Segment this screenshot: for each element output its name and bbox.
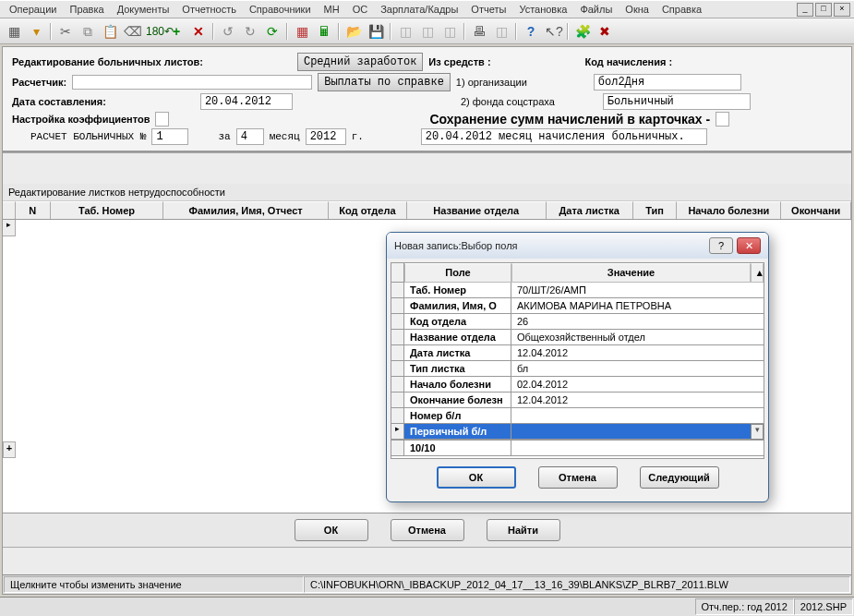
dialog-row[interactable]: Таб. Номер70/ШТ/26/АМП xyxy=(391,283,764,298)
tb-open-icon[interactable]: 📂 xyxy=(345,23,362,40)
tb-save-icon[interactable]: 💾 xyxy=(367,23,384,40)
tb-cut-icon[interactable]: ✂ xyxy=(57,23,74,40)
dialog-row[interactable]: Окончание болезн12.04.2012 xyxy=(391,393,764,408)
dialog-close-button[interactable]: ✕ xyxy=(737,237,761,254)
menu-mn[interactable]: МН xyxy=(319,2,345,17)
dialog-next-button[interactable]: Следующий xyxy=(640,466,719,489)
calc-num[interactable]: 1 xyxy=(151,128,188,145)
dropdown-icon[interactable]: ▾ xyxy=(751,424,764,440)
month-num[interactable]: 4 xyxy=(236,128,264,145)
dialog-row[interactable]: Фамилия, Имя, ОАКИМОВА МАРИНА ПЕТРОВНА xyxy=(391,298,764,314)
tb-calc-icon[interactable]: 🖩 xyxy=(316,23,332,40)
dialog-cell-value[interactable]: 70/ШТ/26/АМП xyxy=(511,283,764,298)
dialog-cell-value[interactable]: бл xyxy=(511,361,764,377)
dialog-cell-value[interactable]: 02.04.2012 xyxy=(511,377,764,393)
dialog-cell-value[interactable]: АКИМОВА МАРИНА ПЕТРОВНА xyxy=(511,298,764,314)
dialog-scrollbar-up[interactable]: ▴ xyxy=(751,263,764,283)
dialog-row[interactable]: Дата листка12.04.2012 xyxy=(391,345,764,361)
menu-salary[interactable]: Зарплата/Кадры xyxy=(375,2,463,17)
dialog-grid[interactable]: Поле Значение ▴ Таб. Номер70/ШТ/26/АМПФа… xyxy=(391,262,764,459)
tb-print-icon[interactable]: 🖶 xyxy=(471,23,487,40)
tb-redo-icon[interactable]: ↻ xyxy=(242,23,259,40)
gh-n[interactable]: N xyxy=(16,201,51,219)
tb-b2-icon[interactable]: ◫ xyxy=(419,23,436,40)
menu-reports[interactable]: Отчеты xyxy=(465,2,511,17)
dialog-cancel-button[interactable]: Отмена xyxy=(538,466,618,489)
koef-box[interactable] xyxy=(155,112,169,127)
dialog-row[interactable]: Код отдела26 xyxy=(391,314,764,330)
menu-operations[interactable]: Операции xyxy=(4,2,62,17)
tb-table-icon[interactable]: ▦ xyxy=(294,23,310,40)
main-cancel-button[interactable]: Отмена xyxy=(391,519,464,541)
dialog-row[interactable]: ▸Первичный б/л ▾ xyxy=(391,424,764,440)
dialog-help-button[interactable]: ? xyxy=(709,237,733,254)
dialog-row[interactable]: Название отделаОбщехозяйственный отдел xyxy=(391,330,764,345)
tb-exit-icon[interactable]: ✖ xyxy=(596,23,613,40)
tb-copy-icon[interactable]: ⧉ xyxy=(79,23,96,40)
dialog-row[interactable]: Номер б/л xyxy=(391,408,764,424)
tb-remove-icon[interactable]: ✕ xyxy=(190,23,207,40)
year-field[interactable]: 2012 xyxy=(306,128,346,145)
menu-windows[interactable]: Окна xyxy=(619,2,655,17)
dialog-cell-value[interactable] xyxy=(511,424,751,440)
payouts-button[interactable]: Выплаты по справке xyxy=(318,73,451,91)
accrual-code-2[interactable]: Больничный xyxy=(603,93,751,110)
menu-directories[interactable]: Справочники xyxy=(244,2,317,17)
dialog-cell-value[interactable] xyxy=(511,408,764,424)
accrual-month-field[interactable]: 20.04.2012 месяц начисления больничных. xyxy=(421,128,707,145)
tb-filter-icon[interactable]: ▾ xyxy=(28,23,44,40)
restore-button[interactable]: □ xyxy=(815,3,832,17)
dialog-row[interactable]: Начало болезни02.04.2012 xyxy=(391,377,764,393)
menu-documents[interactable]: Документы xyxy=(112,2,175,17)
close-button[interactable]: × xyxy=(834,3,850,17)
gh-dept-code[interactable]: Код отдела xyxy=(329,201,407,219)
minimize-button[interactable]: _ xyxy=(797,3,813,17)
menu-files[interactable]: Файлы xyxy=(574,2,618,17)
gh-type[interactable]: Тип xyxy=(633,201,677,219)
tb-app-icon[interactable]: 🧩 xyxy=(574,23,591,40)
tb-undo-icon[interactable]: 180↶ xyxy=(146,23,162,40)
koef-label: Настройка коэффициентов xyxy=(12,114,150,125)
tb-help-icon[interactable]: ? xyxy=(523,23,539,40)
dialog-cell-value[interactable]: 12.04.2012 xyxy=(511,345,764,361)
save-sums-box[interactable] xyxy=(716,112,729,127)
menu-reporting[interactable]: Отчетность xyxy=(176,2,242,17)
status-hint: Щелкните чтобы изменить значение xyxy=(4,576,304,593)
dialog-hdr-field[interactable]: Поле xyxy=(404,263,511,283)
dialog-row[interactable]: Тип листкабл xyxy=(391,361,764,377)
tb-pointer-icon[interactable]: ↖? xyxy=(545,23,561,40)
gh-date[interactable]: Дата листка xyxy=(547,201,633,219)
dialog-hdr-value[interactable]: Значение xyxy=(511,263,751,283)
gh-dept-name[interactable]: Название отдела xyxy=(407,201,547,219)
tb-grid-icon[interactable]: ▦ xyxy=(6,23,22,40)
dialog-cell-value[interactable]: 26 xyxy=(511,314,764,330)
add-row-button[interactable]: + xyxy=(3,441,16,458)
gh-start[interactable]: Начало болезни xyxy=(677,201,781,219)
main-ok-button[interactable]: ОК xyxy=(295,519,368,541)
dialog-cell-value[interactable]: 12.04.2012 xyxy=(511,393,764,408)
menu-setup[interactable]: Установка xyxy=(513,2,572,17)
gh-end[interactable]: Окончани xyxy=(781,201,851,219)
tb-delete-icon[interactable]: ⌫ xyxy=(124,23,140,40)
avg-income-button[interactable]: Средний заработок xyxy=(297,53,423,71)
dialog-cell-field: Дата листка xyxy=(404,345,511,361)
tb-paste-icon[interactable]: 📋 xyxy=(102,23,118,40)
tb-pp-icon[interactable]: ◫ xyxy=(493,23,510,40)
menu-edit[interactable]: Правка xyxy=(64,2,109,17)
tb-add-icon[interactable]: + xyxy=(168,23,185,40)
tb-refresh-icon[interactable]: ↺ xyxy=(220,23,236,40)
dialog-cell-value[interactable]: Общехозяйственный отдел xyxy=(511,330,764,345)
dialog-titlebar[interactable]: Новая запись:Выбор поля ? ✕ xyxy=(387,233,768,259)
date-composed-field[interactable]: 20.04.2012 xyxy=(200,93,293,110)
gh-tab[interactable]: Таб. Номер xyxy=(51,201,163,219)
dialog-ok-button[interactable]: ОК xyxy=(437,466,516,489)
gh-fio[interactable]: Фамилия, Имя, Отчест xyxy=(163,201,329,219)
tb-sync-icon[interactable]: ⟳ xyxy=(264,23,281,40)
accrual-code-1[interactable]: бол2Дня xyxy=(594,74,741,91)
tb-b3-icon[interactable]: ◫ xyxy=(441,23,458,40)
menu-os[interactable]: ОС xyxy=(347,2,374,17)
menu-help[interactable]: Справка xyxy=(656,2,707,17)
raschetnik-field[interactable] xyxy=(72,75,312,90)
tb-b1-icon[interactable]: ◫ xyxy=(397,23,414,40)
main-find-button[interactable]: Найти xyxy=(487,519,560,541)
